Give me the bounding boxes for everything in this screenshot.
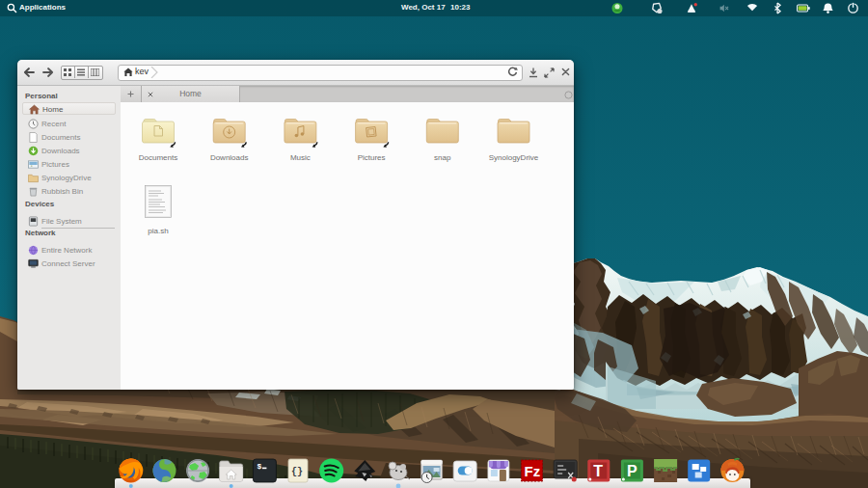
svg-text:$: $: [257, 462, 261, 471]
svg-text:{}: {}: [291, 467, 303, 477]
svg-text:T: T: [593, 463, 603, 479]
svg-text:Fz: Fz: [525, 463, 541, 479]
svg-text:P: P: [627, 463, 637, 479]
